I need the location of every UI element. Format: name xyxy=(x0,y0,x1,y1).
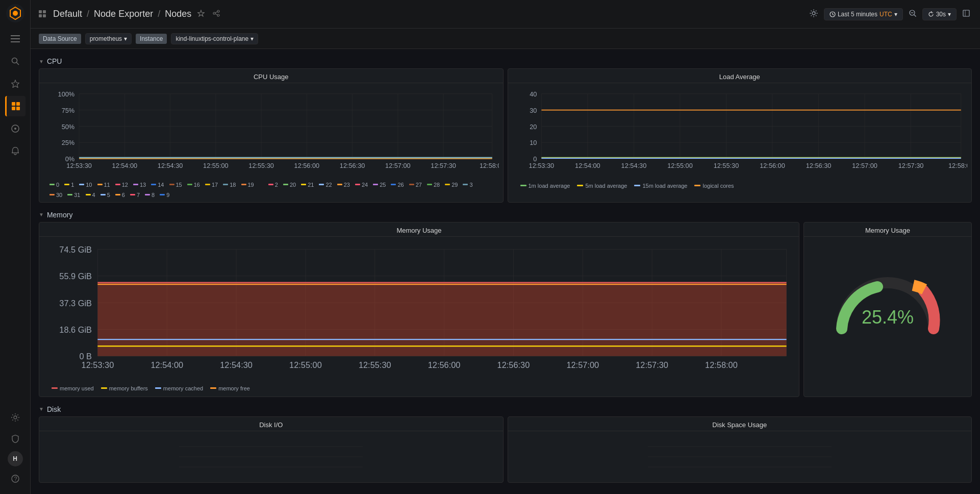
sidebar-item-alerts[interactable] xyxy=(5,141,26,161)
legend-item: 22 xyxy=(319,182,332,188)
legend-item: 28 xyxy=(427,182,440,188)
legend-item: 15m load average xyxy=(634,183,687,189)
share-button[interactable] xyxy=(211,8,222,21)
memory-section-header[interactable]: ▼ Memory xyxy=(39,207,972,222)
svg-rect-17 xyxy=(43,10,46,13)
legend-item: logical cores xyxy=(694,183,734,189)
legend-item: 5 xyxy=(100,192,110,198)
svg-text:12:58:00: 12:58:00 xyxy=(705,360,738,369)
instance-select[interactable]: kind-linuxtips-control-plane ▾ xyxy=(171,33,258,44)
svg-text:0 B: 0 B xyxy=(79,352,92,361)
legend-item: memory cached xyxy=(155,385,203,391)
cpu-usage-chart: 100% 75% 50% 25% 0% 12:53:30 12:54:00 12… xyxy=(39,83,503,178)
svg-text:25%: 25% xyxy=(62,139,75,146)
memory-gauge-title: Memory Usage xyxy=(804,223,971,237)
grid-icon xyxy=(39,10,47,18)
svg-text:75%: 75% xyxy=(62,107,75,114)
disk-chevron: ▼ xyxy=(39,406,44,412)
cpu-section-label: CPU xyxy=(47,57,62,65)
svg-text:40: 40 xyxy=(530,90,537,98)
load-average-title: Load Average xyxy=(508,69,972,83)
refresh-rate-button[interactable]: 30s ▾ xyxy=(922,8,957,20)
fullscreen-button[interactable] xyxy=(961,8,972,21)
svg-rect-2 xyxy=(11,35,20,36)
memory-section-label: Memory xyxy=(47,211,73,219)
sidebar-item-search[interactable] xyxy=(5,51,26,71)
svg-text:37.3 GiB: 37.3 GiB xyxy=(59,298,92,307)
legend-item: 11 xyxy=(97,182,110,188)
svg-text:12:58:00: 12:58:00 xyxy=(480,162,499,169)
sidebar-item-help[interactable]: ? xyxy=(5,468,26,489)
svg-text:12:55:30: 12:55:30 xyxy=(248,162,274,169)
topbar-left: Default / Node Exporter / Nodes xyxy=(39,8,222,21)
svg-text:12:57:00: 12:57:00 xyxy=(385,162,411,169)
legend-item: 15 xyxy=(169,182,182,188)
svg-text:12:54:30: 12:54:30 xyxy=(621,162,646,169)
zoom-out-button[interactable] xyxy=(907,8,918,21)
load-average-svg: 40 30 20 10 0 12:53:30 12:54:00 12:54:30… xyxy=(512,87,968,172)
svg-text:12:53:30: 12:53:30 xyxy=(66,162,92,169)
memory-chart-legend: memory usedmemory buffersmemory cachedme… xyxy=(39,380,799,397)
load-average-panel: Load Average xyxy=(508,68,972,203)
svg-rect-19 xyxy=(43,14,46,17)
gauge-container: 25.4% xyxy=(804,237,971,359)
svg-text:20: 20 xyxy=(530,123,537,131)
memory-panel-row: Memory Usage xyxy=(39,222,972,397)
dashboard-body: ▼ CPU CPU Usage xyxy=(31,49,980,494)
legend-item: 12 xyxy=(115,182,128,188)
sidebar-item-explore[interactable] xyxy=(5,118,26,139)
settings-button[interactable] xyxy=(808,7,820,21)
datasource-select[interactable]: prometheus ▾ xyxy=(85,33,132,44)
instance-label: Instance xyxy=(136,34,167,44)
topbar-right: Last 5 minutes UTC ▾ 30s ▾ xyxy=(808,7,972,21)
svg-point-20 xyxy=(217,10,219,12)
svg-text:18.6 GiB: 18.6 GiB xyxy=(59,325,92,334)
svg-text:12:54:00: 12:54:00 xyxy=(150,360,183,369)
svg-text:12:54:30: 12:54:30 xyxy=(220,360,253,369)
cpu-section-header[interactable]: ▼ CPU xyxy=(39,53,972,68)
svg-rect-8 xyxy=(16,102,20,106)
disk-io-title: Disk I/O xyxy=(39,417,503,431)
svg-text:12:57:30: 12:57:30 xyxy=(431,162,456,169)
sidebar-item-security[interactable] xyxy=(5,429,26,449)
svg-line-31 xyxy=(914,15,916,17)
star-button[interactable] xyxy=(195,8,207,21)
sidebar-item-menu[interactable] xyxy=(5,29,26,49)
legend-item: 30 xyxy=(49,192,62,198)
sidebar-item-settings[interactable] xyxy=(5,407,26,428)
svg-marker-126 xyxy=(97,283,786,356)
legend-item: 13 xyxy=(133,182,146,188)
svg-text:25.4%: 25.4% xyxy=(862,307,914,328)
svg-line-6 xyxy=(16,62,19,65)
svg-text:12:56:30: 12:56:30 xyxy=(806,162,831,169)
svg-text:12:56:30: 12:56:30 xyxy=(497,360,530,369)
svg-rect-9 xyxy=(12,107,15,110)
disk-section-header[interactable]: ▼ Disk xyxy=(39,401,972,416)
svg-line-24 xyxy=(215,14,217,15)
svg-text:12:57:00: 12:57:00 xyxy=(852,162,877,169)
time-range-button[interactable]: Last 5 minutes UTC ▾ xyxy=(824,8,903,20)
sidebar-item-dashboards[interactable] xyxy=(5,96,26,116)
svg-point-1 xyxy=(13,11,18,16)
svg-rect-3 xyxy=(11,38,20,39)
legend-item: 29 xyxy=(445,182,458,188)
legend-item: memory used xyxy=(52,385,94,391)
gauge-svg: 25.4% xyxy=(826,252,949,344)
sidebar: H ? xyxy=(0,0,31,494)
legend-item: 26 xyxy=(391,182,404,188)
legend-item: 20 xyxy=(283,182,296,188)
sidebar-item-starred[interactable] xyxy=(5,73,26,94)
svg-point-22 xyxy=(217,14,219,16)
svg-text:12:53:30: 12:53:30 xyxy=(82,360,114,369)
topbar: Default / Node Exporter / Nodes xyxy=(31,0,980,29)
memory-chart-area: 74.5 GiB 55.9 GiB 37.3 GiB 18.6 GiB 0 B … xyxy=(39,237,799,380)
svg-point-25 xyxy=(812,12,815,15)
legend-item: 8 xyxy=(145,192,155,198)
sidebar-item-user[interactable]: H xyxy=(8,451,23,466)
disk-space-title: Disk Space Usage xyxy=(508,417,972,431)
legend-item: 6 xyxy=(115,192,125,198)
disk-io-placeholder xyxy=(39,431,503,482)
svg-text:?: ? xyxy=(14,476,17,482)
app-logo[interactable] xyxy=(6,4,24,22)
cpu-chevron: ▼ xyxy=(39,59,44,64)
